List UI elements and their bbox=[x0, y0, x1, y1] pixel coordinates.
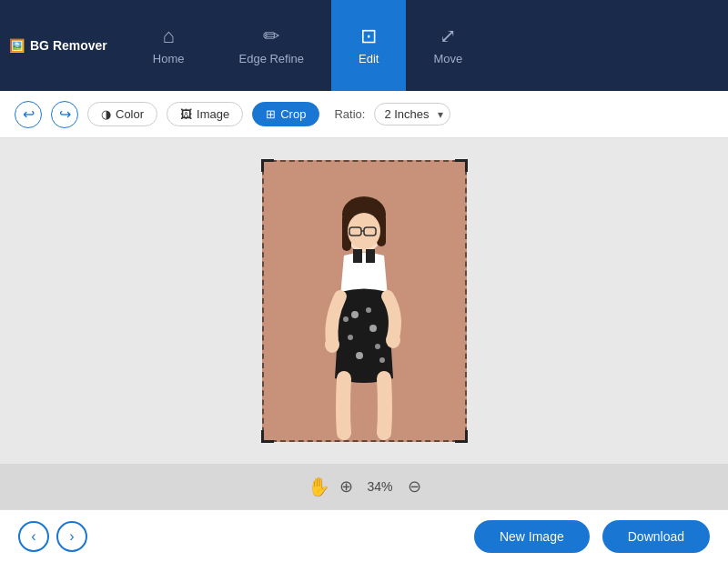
tab-edge-refine-label: Edge Refine bbox=[239, 52, 305, 65]
tab-edit-label: Edit bbox=[359, 52, 379, 65]
ratio-dropdown-wrapper: 2 Inches 1 Inch Custom Free bbox=[374, 103, 450, 125]
svg-point-15 bbox=[366, 307, 371, 313]
svg-rect-9 bbox=[366, 249, 375, 263]
zoom-out-icon[interactable]: ⊖ bbox=[408, 477, 421, 497]
image-container bbox=[262, 160, 467, 442]
new-image-button[interactable]: New Image bbox=[474, 520, 590, 553]
svg-point-14 bbox=[356, 352, 363, 359]
zoom-percent: 34% bbox=[362, 479, 399, 494]
bottom-actions: New Image Download bbox=[474, 520, 710, 553]
undo-button[interactable]: ↩ bbox=[15, 101, 42, 128]
prev-button[interactable]: ‹ bbox=[18, 521, 49, 552]
prev-icon: ‹ bbox=[31, 528, 35, 545]
next-icon: › bbox=[69, 528, 74, 545]
svg-point-19 bbox=[386, 332, 400, 348]
ratio-select[interactable]: 2 Inches 1 Inch Custom Free bbox=[374, 103, 450, 125]
brand-icon: 🖼️ bbox=[9, 38, 25, 53]
svg-point-13 bbox=[375, 344, 380, 349]
crop-label: Crop bbox=[280, 107, 306, 121]
color-label: Color bbox=[116, 107, 144, 121]
crop-handle-top-right[interactable] bbox=[455, 159, 468, 172]
crop-handle-bottom-right[interactable] bbox=[455, 430, 468, 443]
canvas-area bbox=[0, 138, 728, 464]
nav-arrows: ‹ › bbox=[18, 521, 87, 552]
tab-move[interactable]: ⤢ Move bbox=[406, 0, 490, 91]
crop-button[interactable]: ⊞ Crop bbox=[252, 102, 319, 126]
hand-tool-icon[interactable]: ✋ bbox=[308, 476, 330, 497]
toolbar: ↩ ↪ ◑ Color 🖼 Image ⊞ Crop Ratio: 2 Inch… bbox=[0, 91, 728, 138]
redo-icon: ↪ bbox=[59, 105, 71, 123]
svg-point-17 bbox=[379, 357, 385, 363]
crop-handle-bottom-left[interactable] bbox=[261, 430, 274, 443]
move-icon: ⤢ bbox=[440, 26, 456, 46]
undo-icon: ↩ bbox=[23, 105, 35, 123]
tab-home-label: Home bbox=[153, 52, 185, 65]
svg-point-10 bbox=[351, 311, 359, 318]
app-brand: 🖼️ BG Remover bbox=[9, 38, 107, 53]
header: 🖼️ BG Remover ⌂ Home ✏ Edge Refine ⊡ Edi… bbox=[0, 0, 728, 91]
edit-icon: ⊡ bbox=[360, 26, 377, 46]
image-icon: 🖼 bbox=[180, 107, 192, 121]
crop-handle-top-left[interactable] bbox=[261, 159, 274, 172]
svg-point-11 bbox=[369, 325, 377, 332]
bottom-bar: ‹ › New Image Download bbox=[0, 509, 728, 562]
svg-rect-8 bbox=[353, 249, 362, 263]
color-icon: ◑ bbox=[101, 107, 111, 121]
next-button[interactable]: › bbox=[56, 521, 87, 552]
edge-refine-icon: ✏ bbox=[263, 26, 279, 46]
image-button[interactable]: 🖼 Image bbox=[167, 102, 243, 126]
zoom-in-icon[interactable]: ⊕ bbox=[339, 477, 353, 497]
tab-edge-refine[interactable]: ✏ Edge Refine bbox=[212, 0, 332, 91]
download-button[interactable]: Download bbox=[602, 520, 710, 553]
nav-tabs: ⌂ Home ✏ Edge Refine ⊡ Edit ⤢ Move bbox=[126, 0, 490, 91]
image-display bbox=[262, 160, 467, 442]
color-button[interactable]: ◑ Color bbox=[87, 102, 157, 126]
tab-edit[interactable]: ⊡ Edit bbox=[331, 0, 406, 91]
ratio-label: Ratio: bbox=[334, 107, 365, 121]
person-figure bbox=[291, 178, 437, 442]
home-icon: ⌂ bbox=[163, 26, 175, 46]
redo-button[interactable]: ↪ bbox=[51, 101, 78, 128]
image-label: Image bbox=[197, 107, 229, 121]
tab-home[interactable]: ⌂ Home bbox=[126, 0, 212, 91]
zoom-bar: ✋ ⊕ 34% ⊖ bbox=[0, 464, 728, 509]
brand-name: BG Remover bbox=[30, 38, 107, 53]
svg-point-12 bbox=[348, 335, 353, 340]
tab-move-label: Move bbox=[433, 52, 462, 65]
svg-point-16 bbox=[343, 316, 349, 322]
svg-point-18 bbox=[325, 336, 339, 353]
crop-icon: ⊞ bbox=[266, 107, 276, 121]
